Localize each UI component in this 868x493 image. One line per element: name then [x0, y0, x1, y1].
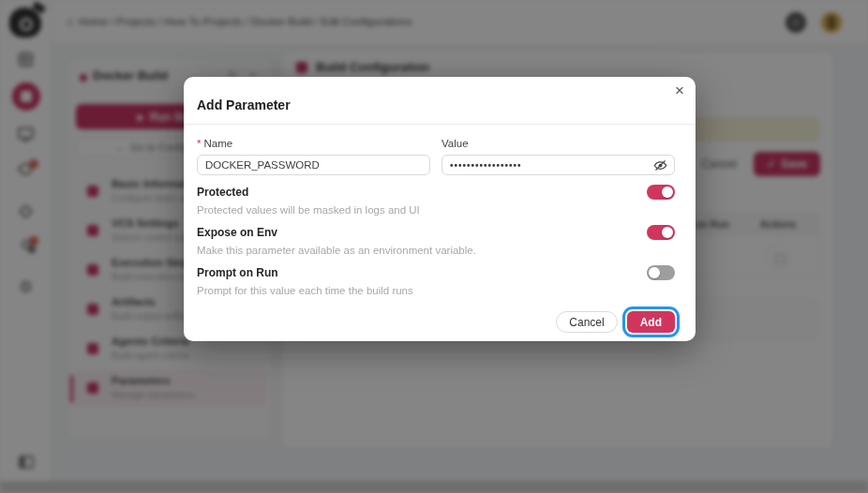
required-mark: *: [197, 138, 201, 149]
prompt-on-run-toggle[interactable]: [647, 265, 675, 280]
expose-on-env-toggle[interactable]: [647, 225, 675, 240]
modal-title: Add Parameter: [197, 97, 696, 112]
protected-description: Protected values will be masked in logs …: [197, 204, 675, 216]
protected-toggle-row: Protected Protected values will be maske…: [197, 185, 675, 216]
app-window: ⚙ ⌂ Home / Projects / How To Projects / …: [0, 0, 868, 493]
protected-toggle[interactable]: [647, 185, 675, 200]
value-field-group: Value: [441, 138, 675, 175]
add-parameter-modal: × Add Parameter *Name Value: [184, 77, 696, 341]
name-field-group: *Name: [197, 138, 430, 175]
divider: [184, 124, 696, 125]
name-input[interactable]: [197, 155, 430, 175]
expose-on-env-description: Make this parameter available as an envi…: [197, 245, 675, 256]
expose-on-env-label: Expose on Env: [197, 226, 277, 239]
prompt-on-run-description: Prompt for this value each time the buil…: [197, 285, 675, 296]
close-icon[interactable]: ×: [675, 82, 684, 98]
modal-cancel-button[interactable]: Cancel: [556, 311, 617, 333]
eye-slash-icon[interactable]: [653, 158, 667, 172]
prompt-on-run-toggle-row: Prompt on Run Prompt for this value each…: [197, 265, 675, 296]
expose-on-env-toggle-row: Expose on Env Make this parameter availa…: [197, 225, 675, 256]
name-label: Name: [203, 138, 232, 149]
prompt-on-run-label: Prompt on Run: [197, 266, 278, 279]
value-input[interactable]: [441, 155, 675, 175]
parameter-fields: *Name Value: [197, 138, 675, 175]
protected-label: Protected: [197, 186, 248, 199]
modal-footer: Cancel Add: [184, 311, 675, 333]
modal-add-button[interactable]: Add: [627, 311, 675, 333]
value-label: Value: [441, 138, 469, 149]
